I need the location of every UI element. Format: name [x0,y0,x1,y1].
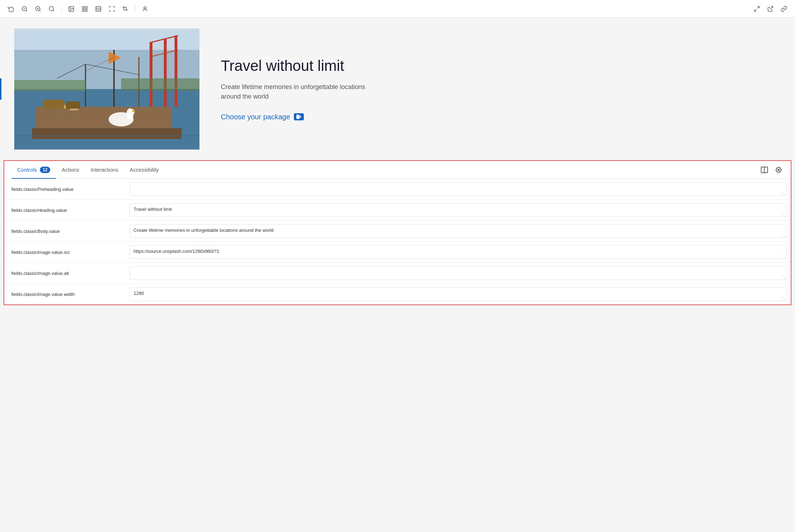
tab-accessibility-label: Accessibility [130,167,159,173]
svg-rect-51 [121,78,199,91]
controls-table: fields.classicPreheading.value ⋱ fields.… [4,179,791,304]
field-value-heading: Travel without limit ⋱ [125,200,791,220]
svg-rect-14 [82,9,84,11]
svg-rect-12 [85,6,87,8]
resize-handle: ⋱ [781,254,785,257]
expand-icon[interactable] [753,5,761,13]
svg-rect-47 [14,142,199,143]
field-label-heading: fields.classicHeading.value [4,200,125,220]
svg-line-8 [53,10,54,11]
refresh-icon[interactable] [7,5,15,13]
image-src-input[interactable]: https://source.unsplash.com/1280x960/?1 [130,245,786,259]
tab-interactions[interactable]: Interactions [85,161,124,179]
preview-title: Travel without limit [221,57,781,75]
table-row: fields.classicImage.value.width 1280 ⋱ [4,284,791,304]
zoom-out-icon[interactable] [21,5,28,13]
preview-image [14,28,199,150]
svg-rect-30 [150,43,152,107]
body-input[interactable]: Create lifetime memories in unforgettabl… [130,224,786,238]
preheading-input[interactable] [130,182,786,196]
field-value-image-src: https://source.unsplash.com/1280x960/?1 … [125,242,791,262]
toolbar [0,0,795,18]
field-label-preheading: fields.classicPreheading.value [4,179,125,199]
preview-body: Create lifetime memories in unforgettabl… [221,82,378,101]
search-icon[interactable] [48,5,56,13]
tab-actions[interactable]: Actions [56,161,85,179]
image-width-input[interactable]: 1280 [130,287,786,301]
accent-bar [0,78,1,100]
svg-rect-48 [43,100,64,109]
controls-badge: 12 [40,167,50,173]
tab-actions-label: Actions [62,167,79,173]
svg-rect-32 [175,36,177,107]
field-value-image-alt: ⋱ [125,263,791,283]
svg-rect-49 [66,101,80,109]
external-link-icon[interactable] [767,5,774,13]
field-label-image-width: fields.classicImage.value.width [4,284,125,304]
svg-line-21 [770,6,773,9]
field-label-body: fields.classicBody.value [4,221,125,241]
field-label-image-src: fields.classicImage.value.src [4,242,125,262]
divider-2 [135,5,135,13]
svg-rect-15 [96,6,101,11]
svg-rect-11 [82,6,84,8]
controls-header: Controls 12 Actions Interactions Accessi… [4,161,791,179]
resize-handle: ⋱ [781,296,785,299]
tab-controls[interactable]: Controls 12 [11,161,56,179]
svg-line-1 [26,10,27,11]
tab-controls-label: Controls [17,167,37,173]
svg-line-4 [39,10,40,11]
crop-icon[interactable] [121,5,129,13]
svg-line-19 [758,6,759,8]
svg-point-10 [70,7,71,8]
svg-rect-45 [14,135,199,136]
field-value-image-width: 1280 ⋱ [125,284,791,304]
svg-rect-13 [85,9,87,11]
controls-panel: Controls 12 Actions Interactions Accessi… [4,160,791,305]
frame-icon[interactable] [108,5,116,13]
image-icon[interactable] [67,5,75,13]
field-value-body: Create lifetime memories in unforgettabl… [125,221,791,241]
cta-label: Choose your package [221,113,290,121]
split-view-button[interactable] [759,165,769,175]
preview-content: Travel without limit Create lifetime mem… [221,57,781,121]
controls-header-right [759,165,784,175]
controls-tabs: Controls 12 Actions Interactions Accessi… [11,161,165,178]
svg-rect-50 [14,80,85,91]
svg-rect-52 [296,115,300,119]
chain-link-icon[interactable] [780,5,788,13]
svg-point-39 [132,110,134,112]
resize-handle: ⋱ [781,233,785,236]
toolbar-left [7,5,149,13]
tab-accessibility[interactable]: Accessibility [124,161,165,179]
table-row: fields.classicPreheading.value ⋱ [4,179,791,200]
resize-handle: ⋱ [781,212,785,215]
svg-rect-46 [14,139,199,140]
table-row: fields.classicBody.value Create lifetime… [4,221,791,242]
tab-interactions-label: Interactions [90,167,118,173]
resize-handle: ⋱ [781,191,785,194]
table-row: fields.classicImage.value.src https://so… [4,242,791,263]
layout-icon[interactable] [94,5,102,13]
close-panel-button[interactable] [774,165,784,175]
svg-marker-53 [300,115,301,118]
svg-rect-26 [32,128,182,139]
person-icon[interactable] [141,5,149,13]
divider-1 [61,5,62,13]
image-alt-input[interactable] [130,266,786,280]
svg-point-7 [49,6,53,11]
grid-icon[interactable] [81,5,89,13]
table-row: fields.classicImage.value.alt ⋱ [4,263,791,284]
field-label-image-alt: fields.classicImage.value.alt [4,263,125,283]
toolbar-right [753,5,788,13]
cta-video-icon [294,113,304,120]
svg-rect-31 [164,39,167,107]
svg-point-18 [144,7,146,9]
table-row: fields.classicHeading.value Travel witho… [4,200,791,221]
zoom-in-icon[interactable] [34,5,42,13]
svg-line-20 [754,9,756,11]
resize-handle: ⋱ [781,275,785,278]
field-value-preheading: ⋱ [125,179,791,199]
heading-input[interactable]: Travel without limit [130,203,786,217]
preview-cta[interactable]: Choose your package [221,113,781,121]
